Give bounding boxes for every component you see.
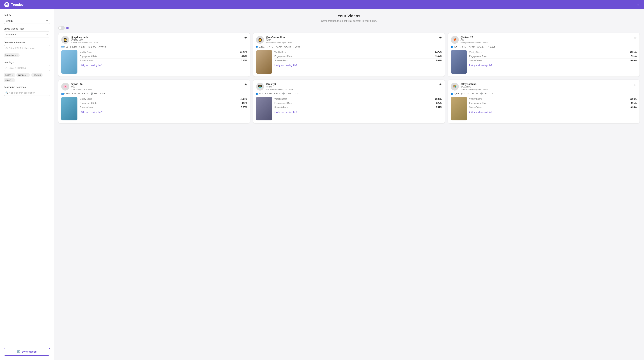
app-header: Trendee ⊞ <box>0 0 644 9</box>
comments-icon: 💬 <box>88 46 90 48</box>
card-header: 👩‍💻 @nishy4_ nishy4_ #hauslabsfoundation… <box>256 83 442 91</box>
why-label: Why am I seeing this? <box>81 64 102 67</box>
card-header: 🦊 @atisen29 Ats #computerscience #uni...… <box>451 36 637 44</box>
tag-remove-kookslams[interactable]: × <box>16 54 18 57</box>
metric-shares-views: Shares/Views 0.35% <box>469 105 637 109</box>
hashtag-tag-compsci: compsci × <box>16 73 30 77</box>
virality-value: 411k% <box>240 98 247 100</box>
video-thumbnail[interactable] <box>451 50 467 74</box>
main-content: Your Videos Scroll through the most vira… <box>54 9 644 360</box>
video-thumbnail[interactable] <box>256 97 272 120</box>
tag-label: kookslams <box>6 54 16 57</box>
display-name: Sydney Beth <box>71 39 98 41</box>
comments-icon: 💬 <box>91 93 93 95</box>
descriptive-input[interactable] <box>4 90 50 96</box>
shares-icon: ↗ <box>99 93 101 95</box>
metric-shares-views: Shares/Views 2.63% <box>274 59 442 62</box>
save-star-button[interactable]: ★ <box>439 36 442 40</box>
avatar: 👩 <box>256 36 264 44</box>
grid-view-icon[interactable]: ⊞ <box>66 26 69 30</box>
shares-value: 13k <box>295 92 298 95</box>
page-subtitle: Scroll through the most viral content in… <box>58 20 640 22</box>
why-seeing-button[interactable]: ℹ Why am I seeing this? <box>274 64 297 67</box>
engagement-label: Engagement Rate <box>80 102 97 104</box>
tag-remove-music[interactable]: × <box>12 79 13 81</box>
stat-likes: ♥ 3.7M <box>82 92 88 95</box>
stats-row: 👥 5,602 ▶ 23.0M ♥ 3.7M 💬 31k ↗ 80k <box>61 92 247 95</box>
sync-icon: 🔄 <box>17 350 20 353</box>
descriptive-section: Descriptive Searches 🔍 <box>4 86 50 96</box>
sort-by-select[interactable]: Virality Engagement Rate Views Likes <box>4 18 50 24</box>
metrics: Virality Score 358k% Engagement Rate 82k… <box>274 97 442 120</box>
why-seeing-button[interactable]: ℹ Why am I seeing this? <box>80 64 102 67</box>
stat-followers: 👥 736 <box>451 46 458 48</box>
stat-views: ▶ 2.3M <box>265 92 272 95</box>
save-star-button[interactable]: ☆ <box>634 83 637 87</box>
video-card: 👩‍💻 @nishy4_ nishy4_ #hauslabsfoundation… <box>253 80 445 123</box>
save-star-button[interactable]: ★ <box>244 83 247 87</box>
stat-views: ▶ 3.4M <box>460 46 466 48</box>
likes-value: 1.2M <box>81 46 86 48</box>
video-thumbnail[interactable] <box>451 97 467 120</box>
display-name: Ats <box>460 39 488 41</box>
user-info: @rav3nmoulton raven #applebees #food #gi… <box>266 36 292 44</box>
comments-icon: 💬 <box>477 46 480 48</box>
views-value: 2.3M <box>267 92 272 95</box>
followers-icon: 👥 <box>61 46 64 48</box>
save-star-button[interactable]: ☆ <box>634 36 637 40</box>
tag-label: music <box>6 79 11 81</box>
metrics: Virality Score 813k% Engagement Rate 149… <box>80 50 247 74</box>
tag-remove-beach[interactable]: × <box>12 74 14 76</box>
sort-by-section: Sort By Virality Engagement Rate Views L… <box>4 14 50 24</box>
hashtag-input[interactable] <box>4 65 50 71</box>
tag-label: beach <box>6 74 11 76</box>
why-seeing-button[interactable]: ℹ Why am I seeing this? <box>469 111 492 113</box>
username: @tay.sachiko <box>460 83 488 86</box>
display-name: raven <box>266 39 292 41</box>
comments-icon: 💬 <box>480 93 483 95</box>
view-toggle-switch[interactable] <box>58 26 65 30</box>
save-star-button[interactable]: ★ <box>244 36 247 40</box>
sync-button[interactable]: 🔄 Sync Videos <box>4 348 50 356</box>
descriptive-input-wrapper: 🔍 <box>4 90 50 96</box>
shares-icon: ↗ <box>98 46 100 48</box>
stat-likes: ♥ 510k <box>274 92 280 95</box>
why-seeing-button[interactable]: ℹ Why am I seeing this? <box>80 111 102 113</box>
tag-remove-compsci[interactable]: × <box>27 74 28 76</box>
metric-virality: Virality Score 813k% <box>80 50 247 54</box>
video-thumbnail[interactable] <box>61 50 78 74</box>
followers-value: 812 <box>64 46 68 48</box>
hashtag-tag-umich: umich × <box>31 73 42 77</box>
engagement-value: 149k% <box>240 55 247 58</box>
video-thumbnail[interactable] <box>256 50 272 74</box>
tag-remove-umich[interactable]: × <box>39 74 41 76</box>
engagement-label: Engagement Rate <box>274 55 292 58</box>
save-star-button[interactable]: ★ <box>439 83 442 87</box>
sidebar: Sort By Virality Engagement Rate Views L… <box>0 9 54 360</box>
competitor-tag-kookslams: kookslams × <box>4 53 20 57</box>
card-header: 🌸 @ywa_94 Ywa #dad #dadmode #beach ★ <box>61 83 247 91</box>
shares-views-label: Shares/Views <box>469 59 482 62</box>
card-body: Virality Score 339k% Engagement Rate 69k… <box>451 97 637 120</box>
info-icon: ℹ <box>80 111 80 113</box>
card-user: 👩 @rav3nmoulton raven #applebees #food #… <box>256 36 292 44</box>
card-header: 🧑‍🎓 @sydney.beth Sydney Beth #umich #new… <box>61 36 247 44</box>
info-icon: ℹ <box>80 64 80 67</box>
followers-icon: 👥 <box>61 93 64 95</box>
brand-icon <box>4 2 9 7</box>
video-thumbnail[interactable] <box>61 97 78 120</box>
why-seeing-button[interactable]: ℹ Why am I seeing this? <box>469 64 492 67</box>
comments-icon: 💬 <box>284 46 287 48</box>
likes-value: 510k <box>276 92 280 95</box>
competitor-input[interactable] <box>4 45 50 51</box>
avatar: 🧑‍🎓 <box>61 36 69 44</box>
why-seeing-button[interactable]: ℹ Why am I seeing this? <box>274 111 297 113</box>
monitor-icon[interactable]: ⊞ <box>637 3 640 7</box>
descriptive-label: Descriptive Searches <box>4 86 50 88</box>
user-info: @nishy4_ nishy4_ #hauslabsfoundation #c.… <box>266 83 294 91</box>
brand: Trendee <box>4 2 24 7</box>
views-icon: ▶ <box>460 46 461 48</box>
saved-filter-select[interactable]: All Videos Saved Only <box>4 32 50 38</box>
display-name: tay.sachiko <box>460 86 488 88</box>
views-value: 21.2M <box>464 92 469 95</box>
